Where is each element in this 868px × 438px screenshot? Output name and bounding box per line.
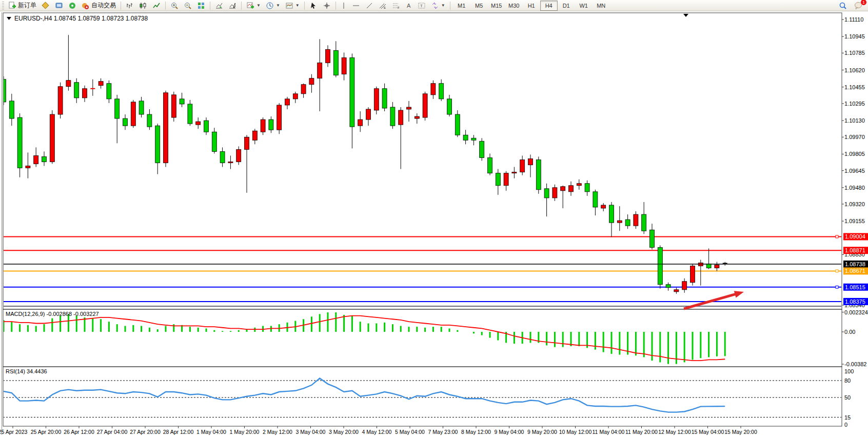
time-label: 4 May 12:00 [362,429,392,435]
arrows-tool-button[interactable]: ▼ [429,0,447,11]
rsi-axis-label: 50 [844,394,851,401]
trendline-tool-button[interactable] [363,0,376,11]
timeframe-button-W1[interactable]: W1 [575,1,593,11]
periods-caret: ▼ [276,3,280,8]
candle-bear [155,126,160,163]
candle-bear [269,120,273,130]
time-label: 11 May 04:00 [593,429,625,435]
candle-bull [512,172,517,173]
zoom-in-button[interactable] [168,0,181,11]
timeframe-button-M5[interactable]: M5 [470,1,488,11]
terminal-icon [55,2,63,10]
zoom-out-icon [184,2,192,10]
new-order-button[interactable]: 新订单 [6,0,38,11]
candle-bear [74,83,79,98]
horizontal-line-icon [352,2,360,10]
notifications-button[interactable]: 1 [852,1,865,11]
candlestick-chart-button[interactable] [137,0,149,11]
candle-bear [658,247,662,284]
horizontal-line-tool-button[interactable] [350,0,362,11]
vertical-line-icon [341,2,347,10]
candle-bull [561,187,565,191]
candle-bear [455,114,460,135]
crosshair-tool-button[interactable] [321,0,333,11]
candle-bear [471,138,476,140]
hline-handle[interactable] [836,286,838,288]
search-icon [839,2,847,10]
tile-windows-icon [197,2,205,10]
timeframe-button-D1[interactable]: D1 [558,1,575,11]
vertical-line-tool-button[interactable] [339,0,349,11]
timeframe-button-H1[interactable]: H1 [523,1,540,11]
cursor-tool-button[interactable] [307,0,320,11]
search-button[interactable] [837,1,849,11]
time-label: 15 May 20:00 [724,429,757,435]
price-tick-label: 1.09970 [844,134,865,140]
timeframe-button-H4[interactable]: H4 [540,1,558,11]
time-label: 28 Apr 12:00 [163,429,194,435]
timeframe-button-M1[interactable]: M1 [453,1,470,11]
chart-canvas[interactable]: 1.111101.109451.107851.106201.104551.102… [0,11,868,438]
arrows-icon [431,2,439,10]
timeframe-button-M30[interactable]: M30 [505,1,523,11]
candle-bear [706,264,711,268]
auto-scroll-button[interactable] [213,0,225,11]
auto-trading-icon [82,2,90,10]
candle-bull [407,107,411,109]
channel-icon: E [379,2,387,10]
time-label: 1 May 04:00 [196,429,226,435]
toolbar-grip[interactable] [2,2,4,10]
candle-bull [228,162,233,163]
time-label: 9 May 04:00 [495,429,524,435]
templates-button[interactable]: ▼ [283,0,302,11]
market-watch-button[interactable] [40,0,52,11]
candle-bear [480,141,484,157]
channel-tool-button[interactable]: E [377,0,389,11]
candle-bear [585,184,589,192]
timeframe-button-MN[interactable]: MN [593,1,610,11]
candle-bull [83,89,87,98]
periods-button[interactable]: ▼ [264,0,282,11]
candle-bull [617,221,622,223]
templates-caret: ▼ [295,3,300,8]
price-line-label: 1.08871 [845,247,865,253]
candle-bull [698,263,703,266]
candle-bull [164,93,168,163]
price-tick-label: 1.11110 [844,16,863,23]
line-chart-button[interactable] [150,0,163,11]
candle-bull [358,120,363,126]
chart-area[interactable]: 1.111101.109451.107851.106201.104551.102… [0,11,868,438]
terminal-button[interactable] [53,0,65,11]
candle-bear [42,156,47,162]
add-indicator-button[interactable]: ▼ [244,0,263,11]
candle-bull [261,120,265,132]
cursor-icon [309,2,318,10]
auto-trading-button[interactable]: 自动交易 [80,0,118,11]
tile-windows-button[interactable] [195,0,207,11]
candle-bull [309,78,314,85]
text-tool-button[interactable]: A [403,0,415,11]
candle-bull [245,137,249,149]
fibonacci-tool-button[interactable]: F [390,0,402,11]
label-tool-button[interactable]: T [416,0,428,11]
candle-bull [674,290,679,292]
candle-bear [390,107,395,126]
time-label: 26 Apr 12:00 [64,429,94,435]
candle-bull [277,105,282,130]
hline-handle[interactable] [836,235,838,238]
price-line-label: 1.08375 [845,298,865,305]
bar-chart-button[interactable] [124,0,136,11]
time-label: 15 May 04:00 [692,429,724,435]
candle-bull [431,84,436,95]
candle-bull [423,94,427,117]
candle-bear [212,132,216,151]
gold-box-icon [42,2,50,10]
hline-handle[interactable] [836,270,838,272]
signals-button[interactable] [66,0,78,11]
chart-shift-button[interactable] [226,0,239,11]
price-line-label: 1.09004 [845,233,865,240]
timeframe-button-M15[interactable]: M15 [488,1,505,11]
templates-icon [285,2,293,10]
zoom-out-button[interactable] [182,0,194,11]
candle-bull [293,94,298,99]
